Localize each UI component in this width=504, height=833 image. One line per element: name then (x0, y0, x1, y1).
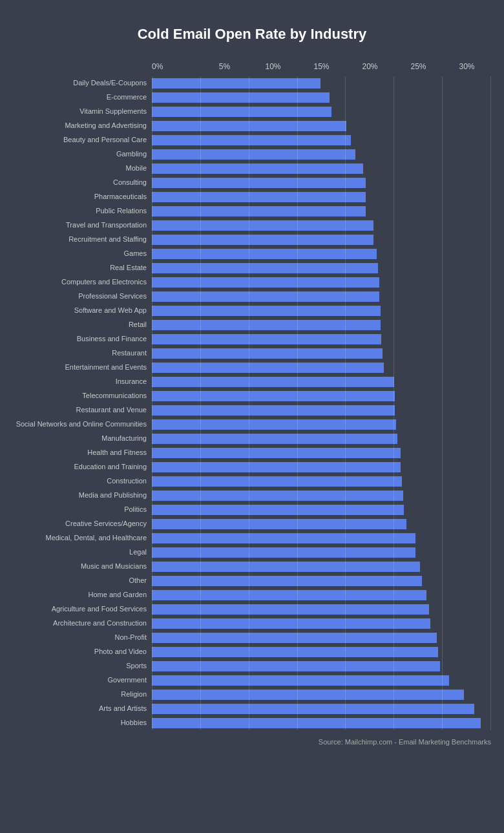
bar-row (152, 631, 491, 644)
bar-label-left: Entertainment and Events (13, 361, 152, 375)
bar (152, 490, 403, 501)
chart-title: Cold Email Open Rate by Industry (13, 26, 491, 43)
bar (152, 562, 420, 572)
x-axis-label: 15% (297, 62, 346, 71)
bar-label-left: Religion (13, 688, 152, 702)
bar-row (152, 361, 491, 374)
bar (152, 149, 355, 160)
bar-row (152, 531, 491, 544)
bar-row (152, 332, 491, 345)
bar-row (152, 318, 491, 331)
bar-label-left: Games (13, 247, 152, 261)
source-text: Source: Mailchimp.com - Email Marketing … (13, 738, 491, 746)
bar (152, 206, 366, 216)
bar-row (152, 90, 491, 103)
bar-label-left: Agriculture and Food Services (13, 602, 152, 617)
bar-row (152, 617, 491, 629)
bar (152, 277, 379, 288)
bar-row (152, 545, 491, 558)
bar (152, 92, 330, 103)
bar (152, 107, 331, 117)
bar-label-left: Sports (13, 659, 152, 673)
bar-row (152, 190, 491, 203)
bar (152, 590, 426, 600)
bar (152, 235, 373, 245)
bar-label-left: Architecture and Construction (13, 617, 152, 631)
bar (152, 505, 404, 515)
x-axis-label: 20% (346, 62, 394, 71)
bar-label-left: Mobile (13, 162, 152, 176)
bar-row (152, 375, 491, 388)
bar-label-left: Travel and Transportation (13, 218, 152, 233)
bar-row (152, 432, 491, 445)
bar-row (152, 247, 491, 260)
bar (152, 121, 346, 131)
x-axis-label: 10% (249, 62, 297, 71)
bar-label-left: Education and Training (13, 460, 152, 474)
bar-row (152, 389, 491, 402)
bar-row (152, 233, 491, 246)
bar-label-left: Public Relations (13, 204, 152, 218)
bar (152, 547, 415, 558)
bar-label-left: Real Estate (13, 261, 152, 275)
bar-label-left: Restaurant (13, 346, 152, 361)
bar-label-left: Telecommunications (13, 389, 152, 403)
bar-row (152, 716, 491, 729)
bar-label-left: Insurance (13, 375, 152, 389)
bar (152, 377, 394, 387)
bar (152, 690, 464, 700)
bar-label-left: Social Networks and Online Communities (13, 417, 152, 432)
bar-row (152, 403, 491, 416)
bar-label-left: Consulting (13, 176, 152, 190)
chart-area: 0%5%10%15%20%25%30% Daily Deals/E-Coupon… (13, 62, 491, 730)
bar-row (152, 673, 491, 686)
bar-row (152, 588, 491, 601)
bar (152, 675, 449, 686)
bar-row (152, 460, 491, 473)
bar-label-left: Media and Publishing (13, 489, 152, 503)
bar-label-left: Daily Deals/E-Coupons (13, 76, 152, 90)
bar (152, 704, 474, 714)
bar-label-left: Marketing and Advertising (13, 119, 152, 133)
bar-row (152, 290, 491, 302)
bar (152, 576, 422, 586)
bar-label-left: Pharmaceuticals (13, 190, 152, 204)
bar (152, 661, 440, 671)
bar-label-left: Gambling (13, 147, 152, 162)
bar-label-left: Creative Services/Agency (13, 517, 152, 531)
bar-row (152, 602, 491, 615)
bar-label-left: Vitamin Supplements (13, 105, 152, 119)
bar (152, 533, 415, 543)
bar (152, 519, 406, 529)
bar (152, 391, 395, 401)
bar-row (152, 659, 491, 672)
bar (152, 348, 383, 359)
bar (152, 405, 395, 416)
bar (152, 306, 381, 316)
bar (152, 633, 437, 643)
bar-row (152, 133, 491, 146)
bar-row (152, 346, 491, 359)
bar (152, 178, 366, 188)
bar (152, 462, 401, 472)
bar-label-left: Home and Garden (13, 588, 152, 602)
bar (152, 419, 396, 430)
bar-label-left: Government (13, 673, 152, 688)
bar-label-left: Business and Finance (13, 332, 152, 346)
bar (152, 135, 351, 145)
bar (152, 448, 401, 458)
bar (152, 363, 384, 373)
bar (152, 604, 429, 615)
bar-row (152, 417, 491, 430)
chart-container: Cold Email Open Rate by Industry 0%5%10%… (0, 13, 504, 772)
bar-row (152, 560, 491, 573)
x-axis-label: 25% (394, 62, 443, 71)
x-axis-label: 30% (443, 62, 491, 71)
bar-label-left: Medical, Dental, and Healthcare (13, 531, 152, 545)
bar (152, 291, 379, 302)
bar-row (152, 261, 491, 274)
bar (152, 647, 438, 657)
bar-row (152, 702, 491, 715)
bar-label-left: Software and Web App (13, 304, 152, 318)
bar-label-left: Other (13, 574, 152, 588)
